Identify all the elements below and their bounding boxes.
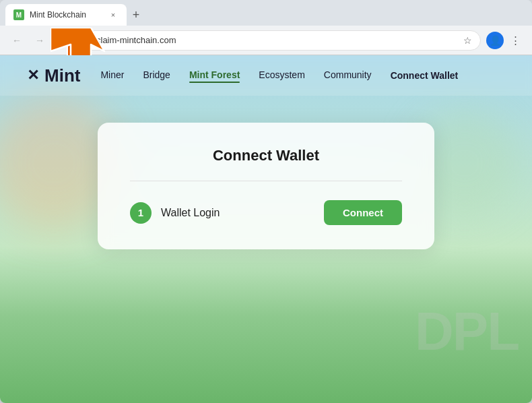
- wallet-row: 1 Wallet Login Connect: [130, 200, 402, 225]
- bookmark-icon[interactable]: ☆: [463, 35, 472, 46]
- nav-links: Miner Bridge Mint Forest Ecosystem Commu…: [100, 69, 505, 82]
- nav-bridge[interactable]: Bridge: [143, 69, 170, 82]
- wallet-login-label: Wallet Login: [161, 207, 220, 219]
- profile-icon[interactable]: 👤: [486, 32, 504, 49]
- step-number-badge: 1: [130, 202, 152, 224]
- nav-ecosystem[interactable]: Ecosystem: [259, 69, 304, 82]
- tab-close-button[interactable]: ×: [108, 9, 119, 20]
- lock-icon: ⊙: [86, 36, 92, 45]
- connect-button[interactable]: Connect: [324, 200, 402, 225]
- site-logo[interactable]: ✕ Mint: [27, 65, 80, 86]
- forward-button[interactable]: →: [31, 32, 48, 49]
- active-tab[interactable]: M Mint Blockchain ×: [5, 4, 127, 26]
- connect-wallet-card: Connect Wallet 1 Wallet Login Connect: [98, 123, 434, 249]
- logo-x-icon: ✕: [27, 67, 39, 84]
- website-content: DPL ✕ Mint Miner Bridge Mint Forest Ecos…: [0, 55, 532, 403]
- browser-window: M Mint Blockchain × + ← → ↻ ⊙ claim-mint…: [0, 0, 532, 403]
- tab-bar: M Mint Blockchain × +: [0, 0, 532, 26]
- nav-community[interactable]: Community: [324, 69, 372, 82]
- refresh-button[interactable]: ↻: [54, 32, 71, 49]
- nav-connect-wallet[interactable]: Connect Wallet: [391, 70, 459, 81]
- nav-mint-forest[interactable]: Mint Forest: [189, 69, 240, 82]
- card-divider: [130, 181, 402, 181]
- more-menu-button[interactable]: ⋮: [506, 32, 524, 49]
- logo-text: Mint: [44, 65, 80, 86]
- tab-title: Mint Blockchain: [30, 10, 86, 20]
- new-tab-button[interactable]: +: [127, 5, 145, 24]
- wallet-card-title: Connect Wallet: [130, 147, 402, 164]
- main-content-area: Connect Wallet 1 Wallet Login Connect: [0, 96, 532, 249]
- address-bar-input[interactable]: ⊙ claim-mintchain.com ☆: [77, 30, 481, 51]
- site-navigation: ✕ Mint Miner Bridge Mint Forest Ecosyste…: [0, 55, 532, 96]
- address-bar: ← → ↻ ⊙ claim-mintchain.com ☆ 👤 ⋮: [0, 26, 532, 55]
- tab-favicon: M: [13, 9, 24, 20]
- toolbar-icons: 👤 ⋮: [486, 32, 524, 49]
- wallet-login-left: 1 Wallet Login: [130, 202, 220, 224]
- nav-miner[interactable]: Miner: [100, 69, 124, 82]
- back-button[interactable]: ←: [8, 32, 26, 49]
- profile-avatar-icon: 👤: [490, 35, 501, 46]
- url-text: claim-mintchain.com: [96, 35, 459, 45]
